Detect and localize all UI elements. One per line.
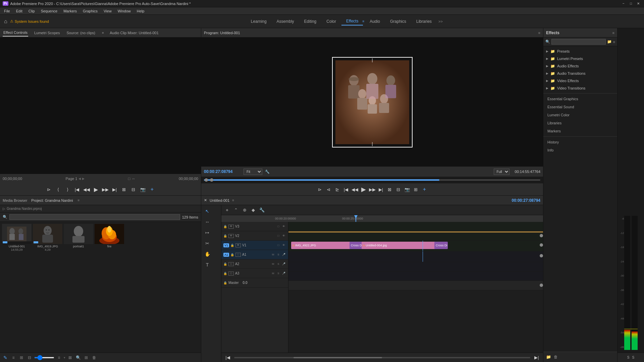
tab-effects[interactable]: Effects [341,17,363,25]
page-nav-left[interactable]: ◀ [78,177,81,180]
effects-menu-icon[interactable]: ≡ [362,19,364,23]
source-step-forward[interactable]: ⟩ [64,186,71,193]
new-item-button[interactable]: ⊞ [83,354,90,361]
source-play-fwd[interactable]: ▶▶ [102,186,109,193]
prog-step-fwd[interactable]: ▶| [377,186,385,193]
effects-panel-menu[interactable]: ≡ [612,31,614,35]
razor-tool[interactable]: ✂ [203,239,212,248]
ripple-edit-tool[interactable]: ↦ [203,228,212,237]
mic-a1[interactable]: 🎤 [281,252,286,257]
sort-button[interactable]: ≡ [56,354,62,361]
transition-cross2[interactable]: Cross Di [434,242,448,249]
prog-mark-in[interactable]: ⊳ [316,186,324,193]
clip-img4922[interactable]: fx IMG_4922.JPG [291,242,351,249]
menu-sequence[interactable]: Sequence [38,8,60,14]
maximize-button[interactable]: □ [628,1,634,6]
track-solo-v3[interactable]: 👁 [281,224,286,229]
meter-s-label2[interactable]: S [632,356,635,359]
solo-a1[interactable]: S [276,252,281,257]
track-solo-v1[interactable]: 👁 [281,243,286,248]
mute-a3[interactable]: M [271,271,275,276]
tab-audio[interactable]: Audio [365,18,385,25]
prog-add[interactable]: + [421,186,428,193]
source-add[interactable]: + [149,186,156,193]
prog-multi2[interactable]: ⊟ [395,186,402,193]
tab-assembly[interactable]: Assembly [272,18,299,25]
tl-marker2[interactable]: ◆ [250,206,257,214]
source-panel-icon1[interactable]: □ [128,177,130,181]
track-select-tool[interactable]: ↔ [203,217,212,227]
prog-safe-frame[interactable]: ⊞ [412,186,420,193]
tab-media-browser[interactable]: Media Browser [3,198,27,202]
menu-window[interactable]: Window [115,8,133,14]
tab-color[interactable]: Color [322,18,341,25]
list-item[interactable]: portrait1 [64,224,93,251]
tl-scrollbar-thumb[interactable] [293,357,382,358]
mute-a1[interactable]: M [271,252,275,257]
zoom-slider[interactable] [34,357,54,358]
tab-audio-clip-mixer[interactable]: Audio Clip Mixer: Untitled-001 [109,29,159,36]
source-step-prev[interactable]: |◀ [73,186,81,193]
track-toggle-v1[interactable]: □ [276,243,281,248]
lock-icon-v1[interactable]: 🔒 [230,244,234,247]
tl-footer-goto-end[interactable]: ▶| [533,354,540,361]
project-search-input[interactable] [9,214,180,220]
prog-play-rev[interactable]: ◀◀ [351,186,359,193]
a1-active-badge[interactable]: A1 [223,253,229,257]
prog-multi1[interactable]: ⊠ [386,186,393,193]
effects-item-essential-sound[interactable]: Essential Sound [543,103,617,111]
effects-item-markers[interactable]: Markers [543,127,617,135]
lock-icon-v3[interactable]: 🔒 [223,225,227,228]
effects-item-audio-transitions[interactable]: ▶ 📁 Audio Transitions [543,70,617,77]
sort-dropdown-icon[interactable]: ▾ [64,356,65,359]
home-icon[interactable]: ⌂ [4,18,7,24]
menu-graphics[interactable]: Graphics [80,8,100,14]
find-button[interactable]: 🔍 [75,354,82,361]
track-toggle-v3[interactable]: □ [276,224,281,229]
icon-view-button[interactable]: ⊞ [18,354,25,361]
source-camera[interactable]: 📷 [139,186,147,193]
menu-clip[interactable]: Clip [26,8,38,14]
source-play-rev[interactable]: ◀◀ [83,186,90,193]
mute-a2[interactable]: M [271,262,275,266]
prog-mark-out[interactable]: ⊲ [325,186,332,193]
effects-item-lumetri-presets[interactable]: ▶ 📁 Lumetri Presets [543,55,617,62]
prog-play[interactable]: ▶ [360,186,367,193]
select-tool[interactable]: ↖ [203,206,212,216]
transition-cross1[interactable]: Cross Di [350,242,363,249]
prog-goto-in[interactable]: ⊵ [334,186,341,193]
page-nav-right[interactable]: ▶ [82,177,85,180]
effects-item-info[interactable]: Info [543,146,617,154]
source-step-next[interactable]: ▶| [111,186,118,193]
freeform-view-button[interactable]: ⊟ [26,354,33,361]
fit-select[interactable]: Fit 25% 50% 100% [244,169,262,175]
minimize-button[interactable]: − [621,1,627,6]
eye-icon-v1[interactable]: 👁 [235,243,241,247]
tab-graphics[interactable]: Graphics [385,18,411,25]
source-panel-icon2[interactable]: ↔ [131,177,135,181]
tab-project-grandma[interactable]: Project: Grandma Nardini [31,198,73,202]
automate-button[interactable]: ⊠ [67,354,73,361]
effects-new-bin[interactable]: 📁 [607,40,612,44]
lock-icon-master[interactable]: 🔒 [223,281,227,285]
new-bin-button[interactable]: ✎ [2,354,9,361]
solo-a3[interactable]: S [276,271,281,276]
menu-markers[interactable]: Markers [61,8,79,14]
source-panel-menu-icon[interactable]: ≡ [102,31,104,35]
solo-a2[interactable]: S [276,262,281,266]
source-overwrite[interactable]: ⊟ [130,186,137,193]
tl-wrench[interactable]: 🔧 [258,206,266,214]
prog-camera[interactable]: 📷 [404,186,411,193]
list-item[interactable]: Untitled-001 14;55;29 [2,224,32,251]
timeline-menu[interactable]: ≡ [232,198,234,202]
list-item[interactable]: IMG_4919.JPG 4;29 [33,224,62,251]
tl-link[interactable]: ⊕ [241,206,248,214]
lock-icon-v2[interactable]: 🔒 [223,234,227,238]
effects-item-history[interactable]: History [543,138,617,146]
more-workspaces-icon[interactable]: >> [438,19,443,23]
lock-icon-a2[interactable]: 🔒 [223,262,227,266]
clip-untitled004[interactable]: fx Untitled-004.jpg [362,242,435,249]
list-view-button[interactable]: ≡ [10,354,17,361]
tl-snap[interactable]: ⌃ [232,206,239,214]
system-warning[interactable]: ⚠ System Issues found [10,19,49,23]
